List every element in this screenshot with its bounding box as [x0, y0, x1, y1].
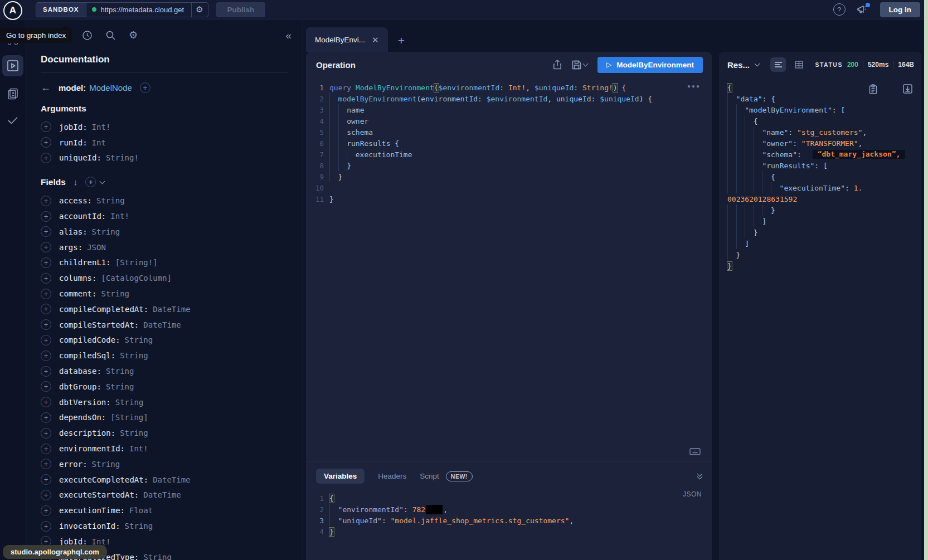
- collapse-variables-icon[interactable]: [698, 474, 702, 479]
- settings-gear-icon[interactable]: ⚙: [129, 29, 138, 41]
- add-field-icon[interactable]: +: [41, 490, 51, 500]
- add-field-icon[interactable]: +: [41, 366, 51, 377]
- add-argument-icon[interactable]: +: [41, 137, 51, 148]
- add-field-icon[interactable]: +: [41, 350, 51, 361]
- field-type[interactable]: DateTime: [143, 490, 181, 499]
- field-name: environmentId: [59, 444, 125, 453]
- explorer-nav-icon[interactable]: [2, 55, 23, 76]
- field-type[interactable]: DateTime: [153, 305, 190, 314]
- search-icon[interactable]: [105, 30, 116, 41]
- field-type[interactable]: String: [106, 382, 134, 391]
- add-field-icon[interactable]: +: [41, 459, 51, 469]
- fields-options-chevron-icon[interactable]: [100, 178, 105, 184]
- apollo-logo[interactable]: A: [3, 1, 22, 20]
- add-field-icon[interactable]: +: [41, 242, 51, 252]
- docs-title: Documentation: [41, 54, 288, 65]
- variables-code[interactable]: 1{2"environmentId": 782,3"uniqueId": "mo…: [306, 493, 712, 537]
- argument-type[interactable]: Int: [92, 138, 106, 147]
- help-icon[interactable]: ?: [833, 3, 846, 16]
- field-type[interactable]: String: [96, 196, 125, 205]
- add-field-icon[interactable]: +: [41, 273, 51, 284]
- add-argument-icon[interactable]: +: [41, 121, 51, 132]
- add-field-icon[interactable]: +: [41, 335, 51, 345]
- field-type[interactable]: [CatalogColumn]: [101, 274, 171, 283]
- field-type[interactable]: [String]: [110, 413, 148, 422]
- argument-type[interactable]: Int!: [92, 123, 111, 132]
- save-options-chevron-icon[interactable]: [583, 61, 589, 67]
- save-icon[interactable]: [572, 60, 587, 70]
- field-row: + environmentId Int!: [41, 441, 288, 456]
- response-title: Res...: [727, 60, 750, 70]
- announcements-megaphone-icon[interactable]: [857, 4, 868, 14]
- add-field-icon[interactable]: +: [41, 381, 51, 392]
- add-argument-icon[interactable]: +: [41, 153, 51, 163]
- response-options-chevron-icon[interactable]: [755, 61, 760, 67]
- add-field-icon[interactable]: +: [41, 289, 51, 299]
- field-type[interactable]: String: [92, 227, 120, 236]
- field-type[interactable]: String: [120, 428, 148, 437]
- add-field-icon[interactable]: +: [41, 474, 51, 485]
- tab-variables[interactable]: Variables: [316, 469, 365, 484]
- add-field-icon[interactable]: +: [41, 412, 51, 423]
- add-field-icon[interactable]: +: [41, 521, 51, 532]
- field-type[interactable]: String: [106, 367, 134, 376]
- field-type[interactable]: String: [120, 351, 148, 360]
- add-field-icon[interactable]: +: [41, 196, 51, 206]
- field-type[interactable]: Float: [129, 506, 153, 515]
- field-type[interactable]: [String!]: [115, 258, 158, 267]
- add-field-icon[interactable]: +: [140, 82, 150, 93]
- raw-view-icon[interactable]: [770, 57, 786, 72]
- argument-name: uniqueId: [59, 153, 101, 162]
- tab-script[interactable]: Script: [420, 472, 439, 480]
- table-view-icon[interactable]: [791, 57, 806, 72]
- field-type[interactable]: String: [101, 289, 129, 298]
- add-field-icon[interactable]: +: [41, 444, 51, 454]
- fields-heading: Fields ↓ +: [41, 177, 288, 187]
- field-type[interactable]: DateTime: [143, 320, 181, 329]
- tab-headers[interactable]: Headers: [378, 472, 406, 480]
- crumb-type-link[interactable]: ModelNode: [89, 83, 132, 92]
- history-icon[interactable]: [82, 30, 93, 41]
- add-all-fields-icon[interactable]: +: [85, 177, 96, 187]
- add-field-icon[interactable]: +: [41, 319, 51, 330]
- operation-editor[interactable]: ●●● 1query ModelByEnvironment($environme…: [306, 77, 712, 461]
- field-type[interactable]: String: [143, 553, 172, 560]
- connection-settings-gear-icon[interactable]: ⚙: [191, 3, 208, 17]
- add-field-icon[interactable]: +: [41, 226, 51, 237]
- field-type[interactable]: Int!: [129, 444, 148, 453]
- field-type[interactable]: String: [125, 335, 153, 344]
- field-type[interactable]: String: [115, 398, 144, 407]
- add-field-icon[interactable]: +: [41, 211, 51, 222]
- operation-menu-icon[interactable]: ●●●: [687, 83, 701, 89]
- field-type[interactable]: Int!: [110, 212, 129, 221]
- login-button[interactable]: Log in: [880, 2, 921, 17]
- sort-fields-icon[interactable]: ↓: [74, 177, 78, 187]
- checks-icon[interactable]: [2, 111, 23, 130]
- back-arrow-icon[interactable]: ←: [41, 82, 51, 94]
- copy-response-icon[interactable]: [869, 84, 877, 94]
- collapse-panel-icon[interactable]: «: [285, 30, 291, 41]
- left-rail: [0, 20, 26, 560]
- field-type[interactable]: String: [92, 460, 120, 469]
- field-type[interactable]: JSON: [87, 243, 106, 252]
- field-row: + description String: [41, 425, 288, 441]
- endpoint-url-field[interactable]: https://metadata.cloud.get: [86, 3, 191, 17]
- schema-diff-icon[interactable]: [2, 84, 23, 103]
- field-type[interactable]: DateTime: [153, 475, 190, 484]
- add-field-icon[interactable]: +: [41, 397, 51, 407]
- tab-modelbyenvironment[interactable]: ModelByEnvi... ✕: [306, 27, 388, 52]
- add-field-icon[interactable]: +: [41, 304, 51, 314]
- share-icon[interactable]: [553, 60, 562, 70]
- run-operation-button[interactable]: ▷ ModelByEnvironment: [597, 57, 703, 73]
- add-field-icon[interactable]: +: [41, 505, 51, 516]
- add-field-icon[interactable]: +: [41, 428, 51, 439]
- download-response-icon[interactable]: [903, 84, 912, 94]
- new-tab-icon[interactable]: +: [398, 34, 405, 47]
- tab-close-icon[interactable]: ✕: [372, 36, 379, 44]
- argument-type[interactable]: String!: [106, 153, 139, 162]
- publish-button[interactable]: Publish: [216, 2, 266, 17]
- field-type[interactable]: String: [125, 522, 153, 530]
- keyboard-shortcuts-icon[interactable]: [689, 448, 701, 455]
- field-row: + executeStartedAt DateTime: [41, 488, 288, 503]
- add-field-icon[interactable]: +: [41, 257, 51, 268]
